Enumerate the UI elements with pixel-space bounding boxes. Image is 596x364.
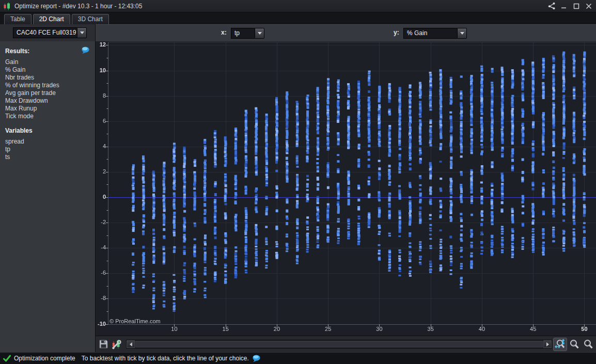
chevron-down-icon <box>80 31 84 34</box>
result-item--gain[interactable]: % Gain <box>5 66 90 74</box>
tab-3d-chart[interactable]: 3D Chart <box>72 14 109 24</box>
scroll-thumb[interactable] <box>135 341 543 347</box>
y-tick-label: -8 <box>96 295 106 301</box>
y-tick-label: -2 <box>96 219 106 225</box>
chart-h-scrollbar[interactable] <box>126 340 552 349</box>
variable-item-ts[interactable]: ts <box>5 153 90 161</box>
tab-table[interactable]: Table <box>4 14 32 24</box>
save-button[interactable] <box>97 338 109 351</box>
instrument-dropdown-button[interactable] <box>77 27 87 38</box>
y-tick-label: -10 <box>96 321 106 327</box>
x-tick-label: 35 <box>423 326 438 332</box>
window-title: Optimize report - #dev 10.3 - 1 hour - 1… <box>14 3 547 10</box>
x-tick-label: 20 <box>269 326 285 332</box>
zoom-fit-icon <box>555 339 566 350</box>
close-button[interactable] <box>585 2 593 10</box>
results-list: Gain% GainNbr trades% of winning tradesA… <box>5 58 90 120</box>
help-bubble-icon[interactable] <box>81 46 90 54</box>
chart-pane: 121086420-2-4-6-8-10101520253035404550 ©… <box>96 41 596 336</box>
x-tick-label: 45 <box>525 326 541 332</box>
arrow-right-icon <box>546 342 549 346</box>
zoom-out-icon <box>569 339 580 350</box>
tab-2d-chart[interactable]: 2D Chart <box>33 14 70 24</box>
x-tick-label: 25 <box>320 326 336 332</box>
y-tick-label: 10 <box>96 67 106 73</box>
y-tick-label: 8 <box>96 92 106 99</box>
chart-column: 121086420-2-4-6-8-10101520253035404550 ©… <box>96 41 596 352</box>
x-tick-label: 30 <box>371 326 387 332</box>
variable-item-spread[interactable]: spread <box>5 138 90 146</box>
axis-selector-bar: x: tp y: % Gain <box>96 24 596 41</box>
status-bar: Optimization complete To backtest with t… <box>0 352 596 364</box>
x-axis-dropdown-button[interactable] <box>255 28 264 39</box>
y-tick-label: 12 <box>96 41 106 48</box>
x-axis-value: tp <box>231 28 255 39</box>
variables-list: spreadtpts <box>5 138 90 161</box>
instrument-panel: CAC40 FCE Full0319 <box>0 24 96 41</box>
result-item--of-winning-trades[interactable]: % of winning trades <box>5 82 90 89</box>
result-item-nbr-trades[interactable]: Nbr trades <box>5 74 90 82</box>
result-item-gain[interactable]: Gain <box>5 58 90 66</box>
result-item-max-runup[interactable]: Max Runup <box>5 105 90 113</box>
scroll-track[interactable] <box>135 340 543 348</box>
chevron-down-icon <box>460 32 464 35</box>
chart-toolbar <box>96 336 596 352</box>
y-tick-label: -4 <box>96 244 106 250</box>
backtest-settings-button[interactable] <box>111 338 123 351</box>
x-tick-label: 10 <box>166 326 182 332</box>
maximize-icon <box>573 3 579 9</box>
scroll-left-button[interactable] <box>127 340 135 348</box>
chevron-down-icon <box>258 32 262 35</box>
y-tick-label: 0 <box>96 194 106 200</box>
scroll-right-button[interactable] <box>543 340 552 348</box>
candlestick-app-icon <box>3 2 11 10</box>
zoom-in-icon <box>583 339 594 350</box>
results-sidebar: Results: Gain% GainNbr trades% of winnin… <box>0 41 96 352</box>
share-button[interactable] <box>547 2 556 10</box>
variable-item-tp[interactable]: tp <box>5 146 90 153</box>
minimize-button[interactable] <box>560 2 568 10</box>
instrument-value: CAC40 FCE Full0319 <box>13 27 77 38</box>
y-tick-label: 4 <box>96 143 106 149</box>
y-axis-value: % Gain <box>403 28 457 39</box>
y-tick-label: 6 <box>96 118 106 124</box>
x-axis-selector-label: x: <box>221 29 227 36</box>
header-row: CAC40 FCE Full0319 x: tp y: % Gain <box>0 24 596 41</box>
status-help-bubble-icon[interactable] <box>252 355 261 362</box>
x-tick-label: 40 <box>474 326 490 332</box>
title-bar: Optimize report - #dev 10.3 - 1 hour - 1… <box>0 0 596 12</box>
main-body: Results: Gain% GainNbr trades% of winnin… <box>0 41 596 352</box>
zoom-fit-button[interactable] <box>553 338 567 351</box>
x-tick-label: 15 <box>218 326 233 332</box>
arrow-left-icon <box>130 342 132 346</box>
result-item-max-drawdown[interactable]: Max Drawdown <box>5 97 90 105</box>
y-axis-selector-label: y: <box>394 29 399 36</box>
variables-header: Variables <box>5 127 90 134</box>
status-message: To backtest with tick by tick data, clic… <box>82 355 249 362</box>
y-tick-label: 2 <box>96 168 106 175</box>
x-tick-label: 50 <box>576 326 592 332</box>
maximize-button[interactable] <box>572 2 581 10</box>
close-icon <box>586 3 592 9</box>
y-tick-label: -6 <box>96 270 106 276</box>
minimize-icon <box>561 3 567 9</box>
share-icon <box>548 2 556 10</box>
instrument-dropdown[interactable]: CAC40 FCE Full0319 <box>13 27 87 38</box>
result-item-tick-mode[interactable]: Tick mode <box>5 113 90 120</box>
zoom-in-button[interactable] <box>581 338 595 351</box>
optimize-report-window: Optimize report - #dev 10.3 - 1 hour - 1… <box>0 0 596 364</box>
zoom-out-button[interactable] <box>567 338 581 351</box>
y-axis-dropdown-button[interactable] <box>457 28 467 39</box>
candlestick-wrench-icon <box>112 339 122 350</box>
floppy-disk-icon <box>99 339 108 349</box>
x-axis-dropdown[interactable]: tp <box>231 28 264 39</box>
check-icon <box>3 355 11 362</box>
chart-watermark: © ProRealTime.com <box>109 318 161 324</box>
status-text: Optimization complete <box>14 355 75 362</box>
scatter-chart-canvas[interactable] <box>96 41 596 336</box>
result-item-avg-gain-per-trade[interactable]: Avg gain per trade <box>5 89 90 97</box>
y-axis-dropdown[interactable]: % Gain <box>403 28 467 39</box>
tab-bar: Table2D Chart3D Chart <box>0 12 596 24</box>
results-header: Results: <box>5 48 90 55</box>
